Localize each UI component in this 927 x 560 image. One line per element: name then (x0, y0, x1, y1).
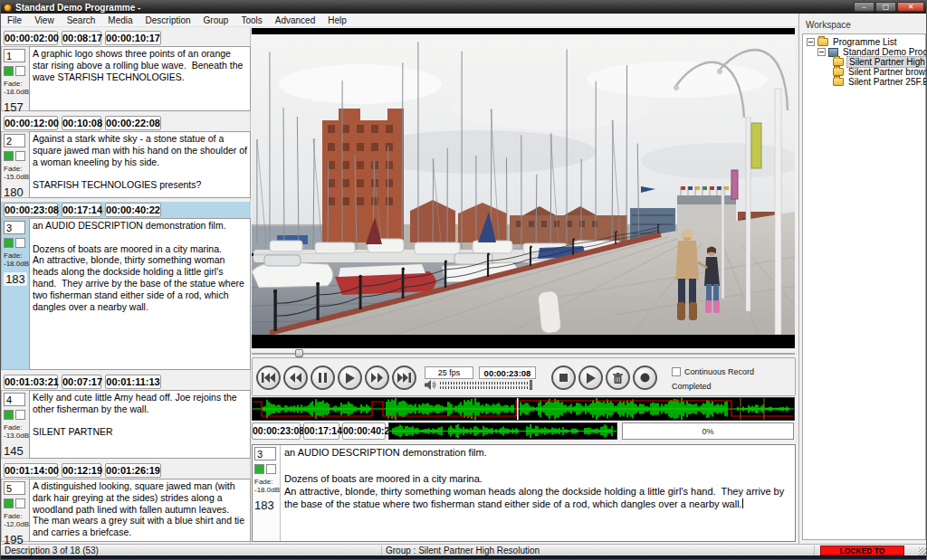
volume-slider-thumb[interactable] (530, 380, 532, 390)
folder-icon (833, 78, 844, 86)
fade-value: -13.0dB (4, 432, 28, 440)
character-count: 183 (254, 498, 279, 512)
description-entry[interactable]: 00:01:14:00 00:12:19 00:01:26:19 5 Fade:… (1, 462, 251, 479)
resize-grip[interactable] (919, 547, 927, 555)
fade-value: -15.0dB (4, 173, 28, 181)
current-timecode-field[interactable]: 00:00:23:08 (479, 366, 536, 379)
description-entry[interactable]: 00:00:12:00 00:10:08 00:00:22:08 2 Fade:… (1, 115, 251, 131)
timecode-duration-field[interactable]: 00:17:14 (62, 203, 101, 217)
tree-item-programme-list[interactable]: Programme List (803, 37, 925, 47)
title-bar[interactable]: Standard Demo Programme - – ▢ ✕ (1, 1, 926, 14)
continuous-record-checkbox[interactable] (672, 367, 681, 376)
programme-waveform[interactable] (252, 397, 795, 421)
collapse-icon[interactable] (817, 48, 826, 56)
menu-help[interactable]: Help (328, 15, 347, 25)
app-icon (4, 4, 12, 12)
timecode-duration-field[interactable]: 00:10:08 (62, 116, 101, 130)
status-indicator (266, 464, 276, 474)
timecode-in-field[interactable]: 00:00:12:00 (4, 116, 58, 130)
workspace-title: Workspace (799, 14, 927, 33)
entry-number-field[interactable]: 1 (4, 49, 25, 62)
tree-item-silent-partner-browse-media[interactable]: Silent Partner browse Media (803, 67, 925, 77)
entry-number-field[interactable]: 3 (4, 221, 25, 234)
record-button[interactable] (633, 365, 657, 390)
delete-recording-button[interactable] (606, 365, 630, 390)
timecode-duration-field[interactable]: 00:07:17 (62, 375, 101, 389)
timecode-in-field[interactable]: 00:01:14:00 (4, 463, 58, 478)
menu-description[interactable]: Description (146, 15, 191, 25)
cue-duration-field[interactable]: 00:17:14 (303, 422, 339, 440)
fade-value: -18.0dB (254, 486, 279, 494)
cue-out-field[interactable]: 00:00:40:22 (342, 422, 386, 440)
description-list: 00:00:02:00 00:08:17 00:00:10:17 1 Fade:… (1, 27, 251, 544)
timecode-out-field[interactable]: 00:01:26:19 (105, 463, 161, 478)
character-count: 180 (4, 185, 28, 199)
volume-slider[interactable] (440, 382, 530, 391)
entry-number-field[interactable]: 5 (4, 481, 25, 495)
maximize-button[interactable]: ▢ (875, 2, 896, 12)
timecode-out-field[interactable]: 00:00:22:08 (105, 116, 161, 130)
entry-number-field[interactable]: 2 (4, 134, 25, 147)
play-button[interactable] (338, 365, 362, 390)
timecode-in-field[interactable]: 00:00:23:08 (4, 203, 58, 217)
timecode-duration-field[interactable]: 00:08:17 (62, 31, 101, 45)
timecode-in-field[interactable]: 00:00:02:00 (4, 31, 58, 45)
menu-media[interactable]: Media (108, 15, 132, 25)
fps-field[interactable]: 25 fps (425, 366, 473, 379)
skip-start-button[interactable] (256, 365, 281, 390)
description-text[interactable]: an AUDIO DESCRIPTION demonstration film.… (29, 218, 251, 370)
description-text[interactable]: A distinguished looking, square jawed ma… (29, 479, 251, 542)
minimize-button[interactable]: – (854, 2, 874, 12)
recorded-indicator (4, 238, 14, 248)
fade-envelope (253, 401, 793, 416)
timecode-out-field[interactable]: 00:00:10:17 (105, 31, 161, 45)
editor-number-field[interactable]: 3 (254, 447, 276, 460)
cue-in-field[interactable]: 00:00:23:08 (252, 422, 301, 440)
fast-forward-button[interactable] (365, 365, 389, 390)
description-position-status: Description 3 of 18 (53) (5, 546, 99, 555)
entry-sidebar: 2 Fade: -15.0dB 180 (1, 131, 29, 198)
description-text[interactable]: A graphic logo shows three points of an … (29, 46, 251, 111)
video-seek-track[interactable] (252, 353, 795, 355)
description-text[interactable]: Against a stark white sky - a stone stat… (29, 131, 251, 198)
status-indicator (15, 498, 25, 508)
menu-search[interactable]: Search (67, 15, 96, 25)
timecode-in-field[interactable]: 00:01:03:21 (4, 375, 58, 389)
timecode-out-field[interactable]: 00:01:11:13 (105, 375, 161, 389)
menu-advanced[interactable]: Advanced (275, 15, 315, 25)
description-entry-selected[interactable]: 00:00:23:08 00:17:14 00:00:40:22 3 Fade:… (1, 202, 251, 218)
timecode-duration-field[interactable]: 00:12:19 (62, 463, 101, 478)
fade-label: Fade: (4, 423, 28, 432)
menu-file[interactable]: File (7, 15, 22, 25)
video-seek-thumb[interactable] (295, 349, 303, 357)
entry-sidebar: 3 Fade: -18.0dB 183 (1, 218, 29, 370)
editor-text: an AUDIO DESCRIPTION demonstration film.… (284, 447, 787, 509)
entry-sidebar: 5 Fade: -12.0dB 195 (1, 479, 29, 542)
description-entry[interactable]: 00:00:02:00 00:08:17 00:00:10:17 1 Fade:… (1, 30, 251, 46)
playhead-cursor (517, 398, 519, 420)
entry-number-field[interactable]: 4 (4, 393, 25, 406)
description-entry[interactable]: 00:01:03:21 00:07:17 00:01:11:13 4 Fade:… (1, 374, 251, 390)
stop-record-button[interactable] (551, 365, 576, 390)
editor-text-area[interactable]: an AUDIO DESCRIPTION demonstration film.… (281, 445, 795, 541)
fade-label: Fade: (254, 478, 279, 486)
description-waveform[interactable] (388, 422, 617, 440)
rewind-button[interactable] (283, 365, 308, 390)
tree-item-silent-partner-high-resolution[interactable]: Silent Partner High Resolution (803, 57, 925, 67)
fade-value: -12.0dB (4, 520, 28, 528)
fade-value: -18.0dB (4, 260, 28, 268)
pause-button[interactable] (311, 365, 335, 390)
menu-group[interactable]: Group (204, 15, 229, 25)
fade-label: Fade: (4, 252, 28, 260)
menu-view[interactable]: View (34, 15, 54, 25)
tree-item-silent-partner-25f-esf[interactable]: Silent Partner 25F.ESF (803, 77, 925, 87)
description-text[interactable]: Kelly and cute little Amy head off. Joe … (29, 390, 251, 459)
fade-label: Fade: (4, 80, 28, 88)
skip-end-button[interactable] (392, 365, 416, 390)
play-record-button[interactable] (578, 365, 603, 390)
application-window: Standard Demo Programme - – ▢ ✕ File Vie… (0, 0, 927, 560)
timecode-out-field[interactable]: 00:00:40:22 (105, 203, 161, 217)
collapse-icon[interactable] (807, 38, 815, 46)
close-button[interactable]: ✕ (897, 2, 924, 12)
menu-tools[interactable]: Tools (241, 15, 262, 25)
